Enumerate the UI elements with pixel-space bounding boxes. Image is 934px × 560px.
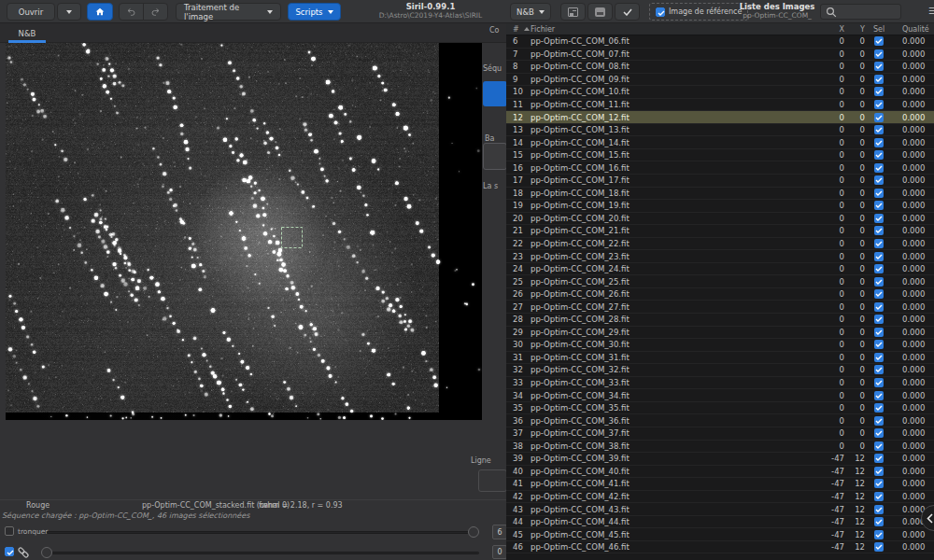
row-selected-checkbox[interactable] [874, 189, 884, 198]
table-row[interactable]: 46 pp-Optim-CC_COM_46.fit -47 12 0.000 [506, 541, 934, 554]
row-selected-checkbox[interactable] [874, 252, 884, 261]
table-row[interactable]: 10 pp-Optim-CC_COM_10.fit 0 0 0.000 [506, 86, 934, 99]
table-row[interactable]: 7 pp-Optim-CC_COM_07.fit 0 0 0.000 [506, 49, 934, 62]
open-dropdown-button[interactable] [57, 3, 81, 21]
row-selected-checkbox[interactable] [874, 49, 884, 59]
row-selected-checkbox[interactable] [874, 328, 884, 337]
hi-slider-track[interactable] [47, 531, 479, 534]
table-row[interactable]: 8 pp-Optim-CC_COM_08.fit 0 0 0.000 [506, 61, 934, 74]
row-selected-checkbox[interactable] [874, 428, 884, 438]
row-selected-checkbox[interactable] [874, 340, 884, 349]
hi-value-box[interactable]: 6 [492, 525, 507, 539]
table-row[interactable]: 44 pp-Optim-CC_COM_44.fit -47 12 0.000 [506, 516, 934, 529]
table-row[interactable]: 25 pp-Optim-CC_COM_25.fit 0 0 0.000 [506, 275, 934, 288]
table-row[interactable]: 11 pp-Optim-CC_COM_11.fit 0 0 0.000 [506, 99, 934, 112]
lo-value-box[interactable]: 0 [492, 545, 507, 559]
table-row[interactable]: 23 pp-Optim-CC_COM_23.fit 0 0 0.000 [506, 250, 934, 263]
table-row[interactable]: 29 pp-Optim-CC_COM_29.fit 0 0 0.000 [506, 327, 934, 340]
row-selected-checkbox[interactable] [874, 226, 884, 235]
panel-menu-icon[interactable]: ☰ [928, 6, 934, 17]
table-row[interactable]: 13 pp-Optim-CC_COM_13.fit 0 0 0.000 [506, 124, 934, 137]
row-selected-checkbox[interactable] [874, 138, 884, 147]
table-row[interactable]: 26 pp-Optim-CC_COM_26.fit 0 0 0.000 [506, 288, 934, 301]
hidden-box-fragment[interactable] [478, 469, 507, 492]
hidden-button-fragment[interactable] [483, 143, 507, 170]
table-row[interactable]: 27 pp-Optim-CC_COM_27.fit 0 0 0.000 [506, 301, 934, 314]
table-row[interactable]: 22 pp-Optim-CC_COM_22.fit 0 0 0.000 [506, 238, 934, 251]
link-sliders-checkbox[interactable] [5, 547, 14, 556]
image-processing-menu-button[interactable]: Traitement de l'image [176, 3, 281, 21]
row-selected-checkbox[interactable] [874, 505, 884, 514]
home-button[interactable] [87, 3, 113, 21]
table-row[interactable]: 20 pp-Optim-CC_COM_20.fit 0 0 0.000 [506, 213, 934, 226]
table-row[interactable]: 37 pp-Optim-CC_COM_37.fit 0 0 0.000 [506, 427, 934, 441]
row-selected-checkbox[interactable] [874, 201, 884, 210]
redo-button[interactable] [143, 3, 168, 21]
row-selected-checkbox[interactable] [874, 150, 884, 160]
row-selected-checkbox[interactable] [874, 315, 884, 324]
column-header-file[interactable]: Fichier [529, 25, 811, 34]
table-row[interactable]: 32 pp-Optim-CC_COM_32.fit 0 0 0.000 [506, 364, 934, 377]
table-row[interactable]: 40 pp-Optim-CC_COM_40.fit -47 12 0.000 [506, 466, 934, 479]
table-row[interactable]: 41 pp-Optim-CC_COM_41.fit -47 12 0.000 [506, 478, 934, 491]
row-selected-checkbox[interactable] [874, 87, 884, 96]
row-selected-checkbox[interactable] [874, 62, 884, 71]
table-row[interactable]: 34 pp-Optim-CC_COM_34.fit 0 0 0.000 [506, 389, 934, 402]
scripts-menu-button[interactable]: Scripts [288, 3, 341, 21]
row-selected-checkbox[interactable] [874, 163, 884, 173]
row-selected-checkbox[interactable] [874, 353, 884, 362]
row-selected-checkbox[interactable] [874, 391, 884, 400]
select-all-button[interactable] [615, 3, 640, 21]
table-row[interactable]: 24 pp-Optim-CC_COM_24.fit 0 0 0.000 [506, 263, 934, 276]
row-selected-checkbox[interactable] [874, 467, 884, 476]
row-selected-checkbox[interactable] [874, 441, 884, 451]
table-row[interactable]: 6 pp-Optim-CC_COM_06.fit 0 0 0.000 [506, 35, 934, 49]
row-selected-checkbox[interactable] [874, 214, 884, 223]
table-row[interactable]: 9 pp-Optim-CC_COM_09.fit 0 0 0.000 [506, 74, 934, 87]
table-row[interactable]: 15 pp-Optim-CC_COM_15.fit 0 0 0.000 [506, 149, 934, 162]
row-selected-checkbox[interactable] [874, 175, 884, 185]
table-row[interactable]: 42 pp-Optim-CC_COM_42.fit -47 12 0.000 [506, 491, 934, 504]
row-selected-checkbox[interactable] [874, 542, 884, 552]
row-selected-checkbox[interactable] [874, 113, 884, 122]
table-row[interactable]: 35 pp-Optim-CC_COM_35.fit 0 0 0.000 [506, 402, 934, 415]
sequence-image-button[interactable] [560, 3, 586, 21]
lo-slider-track[interactable] [41, 552, 479, 554]
table-row[interactable]: 17 pp-Optim-CC_COM_17.fit 0 0 0.000 [506, 175, 934, 188]
table-row[interactable]: 38 pp-Optim-CC_COM_38.fit 0 0 0.000 [506, 441, 934, 454]
row-selected-checkbox[interactable] [874, 517, 884, 526]
table-row[interactable]: 45 pp-Optim-CC_COM_45.fit -47 12 0.000 [506, 528, 934, 541]
table-row[interactable]: 12 pp-Optim-CC_COM_12.fit 0 0 0.000 [506, 111, 934, 124]
row-selected-checkbox[interactable] [874, 454, 884, 463]
channel-select-dropdown[interactable]: N&B [510, 3, 551, 21]
row-selected-checkbox[interactable] [874, 492, 884, 501]
frame-display-button[interactable] [587, 3, 613, 21]
table-row[interactable]: 31 pp-Optim-CC_COM_31.fit 0 0 0.000 [506, 352, 934, 365]
row-selected-checkbox[interactable] [874, 100, 884, 109]
row-selected-checkbox[interactable] [874, 479, 884, 488]
row-selected-checkbox[interactable] [874, 365, 884, 374]
lo-slider-handle[interactable] [41, 547, 52, 558]
search-input[interactable] [820, 4, 901, 20]
table-row[interactable]: 33 pp-Optim-CC_COM_33.fit 0 0 0.000 [506, 377, 934, 390]
table-row[interactable]: 16 pp-Optim-CC_COM_16.fit 0 0 0.000 [506, 161, 934, 175]
row-selected-checkbox[interactable] [874, 75, 884, 84]
column-header-sel[interactable]: Sel [865, 25, 893, 34]
open-button[interactable]: Ouvrir [7, 3, 55, 21]
row-selected-checkbox[interactable] [874, 125, 884, 134]
undo-button[interactable] [119, 3, 144, 21]
column-header-quality[interactable]: Qualité [893, 25, 934, 34]
table-row[interactable]: 28 pp-Optim-CC_COM_28.fit 0 0 0.000 [506, 314, 934, 327]
truncate-checkbox[interactable] [5, 526, 14, 536]
astro-image-canvas[interactable] [6, 43, 482, 420]
column-header-y[interactable]: Y [844, 25, 865, 34]
table-row[interactable]: 36 pp-Optim-CC_COM_36.fit 0 0 0.000 [506, 414, 934, 427]
table-row[interactable]: 21 pp-Optim-CC_COM_21.fit 0 0 0.000 [506, 225, 934, 238]
table-row[interactable]: 14 pp-Optim-CC_COM_14.fit 0 0 0.000 [506, 136, 934, 149]
tab-nb-channel[interactable]: N&B [6, 23, 49, 43]
row-selected-checkbox[interactable] [874, 289, 884, 299]
table-row[interactable]: 39 pp-Optim-CC_COM_39.fit -47 12 0.000 [506, 453, 934, 466]
column-header-x[interactable]: X [811, 25, 844, 34]
row-selected-checkbox[interactable] [874, 239, 884, 248]
row-selected-checkbox[interactable] [874, 378, 884, 387]
